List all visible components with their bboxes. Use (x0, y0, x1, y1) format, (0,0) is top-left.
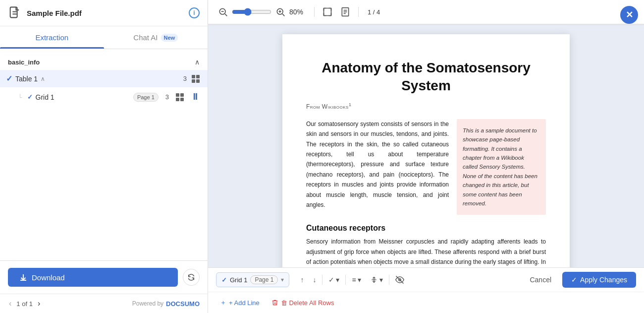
check-action-icon: ✓ (328, 276, 334, 284)
chevron-table1-icon: ∧ (41, 75, 45, 82)
group-title: basic_info (8, 59, 191, 66)
zoom-slider[interactable] (232, 8, 271, 16)
next-page-button[interactable]: › (37, 298, 41, 309)
download-button[interactable]: Download (8, 268, 178, 287)
trash-icon (271, 299, 278, 306)
refresh-icon (187, 273, 195, 281)
page-info: 1 of 1 (16, 300, 33, 308)
svg-rect-11 (324, 8, 331, 16)
page-view-icon (340, 7, 350, 17)
zoom-percent: 80% (289, 8, 308, 16)
toolbar-sep-1 (314, 7, 315, 17)
right-panel: ✕ 80% (208, 0, 644, 313)
move-down-button[interactable]: ↓ (310, 274, 319, 286)
check-icon-grid1: ✓ (27, 93, 33, 101)
grid-selector-check: ✓ (221, 276, 227, 284)
tree-line-icon: └ (18, 94, 22, 101)
table1-label: Table 1 ∧ (15, 75, 180, 83)
pagination: ‹ 1 of 1 › Powered by DOCSUMO (0, 294, 208, 313)
pdf-toolbar: 80% 1 / 4 (208, 0, 644, 24)
sidebar-content: basic_info ∧ ✓ Table 1 ∧ 3 └ ✓ Grid 1 (0, 49, 208, 260)
tab-extraction[interactable]: Extraction (0, 26, 104, 49)
grid-icon-table1 (192, 75, 200, 83)
check-action-button[interactable]: ✓ ▾ (325, 274, 342, 286)
grid-selector-page: Page 1 (250, 275, 278, 284)
eye-slash-button[interactable] (392, 273, 407, 286)
page-badge-grid1: Page 1 (133, 93, 159, 102)
svg-line-10 (282, 14, 284, 16)
action-sep-2 (345, 275, 346, 285)
apply-label: Apply Changes (580, 276, 627, 284)
pdf-figure-row: Sensory information from Meissner corpus… (306, 237, 546, 267)
grid-selector-label: Grid 1 (230, 276, 247, 284)
delete-all-rows-button[interactable]: 🗑 Delete All Rows (268, 297, 338, 309)
download-icon (19, 273, 28, 282)
check-dropdown-icon: ▾ (336, 276, 339, 284)
align-icon: ≡ (352, 276, 356, 284)
chat-badge: New (161, 34, 178, 42)
height-icon (370, 276, 378, 284)
height-button[interactable]: ▾ (367, 274, 386, 286)
tabs: Extraction Chat AI New (0, 26, 208, 49)
apply-check-icon: ✓ (571, 276, 577, 284)
chevron-selector-icon: ▾ (281, 276, 284, 283)
grid-icon-grid1 (176, 93, 184, 101)
page-nav: ‹ 1 of 1 › (8, 298, 41, 309)
zoom-out-icon (218, 7, 228, 17)
bottom-actions: ↑ ↓ ✓ ▾ ≡ ▾ (297, 273, 407, 286)
brand-name: DOCSUMO (166, 300, 200, 308)
check-icon-table1: ✓ (6, 74, 12, 83)
delete-rows-label: 🗑 Delete All Rows (281, 299, 334, 307)
tab-chat-label: Chat AI (133, 33, 158, 42)
table-item-1[interactable]: ✓ Table 1 ∧ 3 (0, 70, 208, 87)
pdf-title: Anatomy of the Somatosensory System (306, 59, 546, 95)
fit-icon (322, 7, 332, 17)
grid-selector[interactable]: ✓ Grid 1 Page 1 ▾ (216, 272, 289, 287)
bottom-row2: ＋ + Add Line 🗑 Delete All Rows (208, 292, 644, 313)
info-icon[interactable]: i (189, 7, 200, 18)
pdf-body: Our somatosensory system consists of sen… (306, 119, 546, 215)
pdf-viewport[interactable]: Anatomy of the Somatosensory System From… (208, 24, 644, 267)
grid1-label: Grid 1 (36, 93, 130, 101)
apply-changes-button[interactable]: ✓ Apply Changes (562, 272, 636, 288)
pdf-source: From Wikibooks1 (306, 102, 546, 110)
toolbar-sep-2 (358, 7, 359, 17)
bottom-right-actions: Cancel ✓ Apply Changes (523, 272, 636, 288)
pdf-sidebar-note: This is a sample document to showcase pa… (457, 119, 546, 215)
file-icon (8, 6, 22, 20)
bottom-toolbar: ✓ Grid 1 Page 1 ▾ ↑ ↓ ✓ ▾ (208, 267, 644, 313)
file-header: Sample File.pdf i (0, 0, 208, 26)
page-view-button[interactable] (338, 5, 352, 19)
add-line-label: + Add Line (229, 299, 260, 307)
close-button[interactable]: ✕ (620, 6, 638, 24)
add-line-button[interactable]: ＋ + Add Line (216, 296, 264, 309)
pause-icon: ⏸ (191, 92, 200, 102)
plus-icon: ＋ (220, 298, 226, 307)
align-dropdown-icon: ▾ (358, 276, 361, 284)
zoom-in-icon (275, 7, 285, 17)
action-sep-1 (322, 275, 322, 285)
height-dropdown-icon: ▾ (379, 276, 383, 284)
zoom-in-button[interactable] (275, 7, 285, 17)
fit-page-button[interactable] (321, 5, 334, 19)
tab-chat[interactable]: Chat AI New (104, 26, 208, 49)
pdf-page: Anatomy of the Somatosensory System From… (282, 34, 570, 267)
cancel-button[interactable]: Cancel (523, 273, 558, 287)
grid1-count: 3 (165, 93, 169, 101)
pdf-section1-title: Cutaneous receptors (306, 224, 546, 233)
action-sep-3 (389, 275, 389, 285)
bottom-row1: ✓ Grid 1 Page 1 ▾ ↑ ↓ ✓ ▾ (208, 268, 644, 292)
page-indicator: 1 / 4 (368, 8, 380, 16)
arrow-down-icon: ↓ (313, 276, 316, 284)
powered-by: Powered by DOCSUMO (132, 300, 200, 308)
eye-slash-icon (395, 275, 404, 284)
prev-page-button[interactable]: ‹ (8, 298, 12, 309)
pdf-intro-text: Our somatosensory system consists of sen… (306, 119, 449, 215)
group-header-basic-info[interactable]: basic_info ∧ (0, 55, 208, 69)
move-up-button[interactable]: ↑ (297, 274, 307, 286)
zoom-out-button[interactable] (218, 7, 228, 17)
align-button[interactable]: ≡ ▾ (349, 274, 364, 286)
table1-count: 3 (183, 75, 187, 82)
refresh-button[interactable] (183, 269, 200, 286)
grid-item-1[interactable]: └ ✓ Grid 1 Page 1 3 ⏸ (0, 88, 208, 106)
